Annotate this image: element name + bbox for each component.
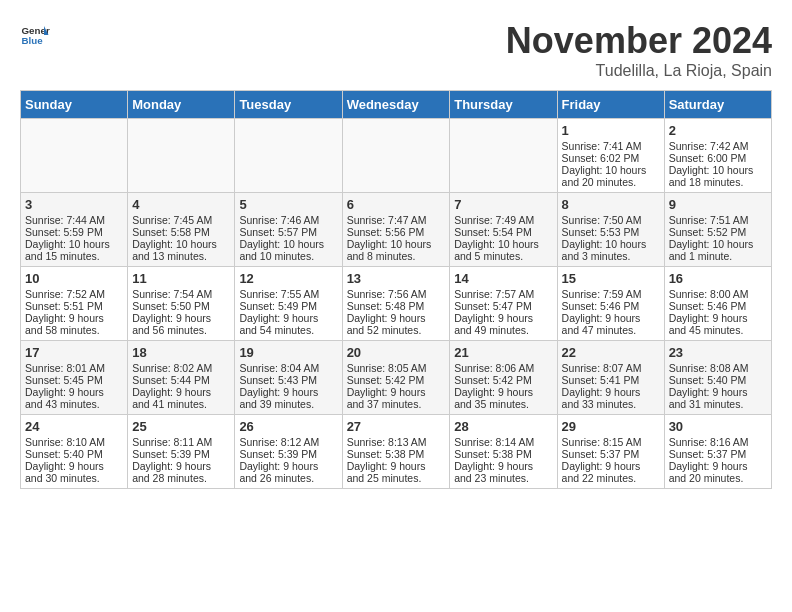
calendar-cell: 27Sunrise: 8:13 AMSunset: 5:38 PMDayligh…: [342, 415, 450, 489]
day-info: Sunrise: 8:16 AM: [669, 436, 767, 448]
day-info: Sunrise: 7:51 AM: [669, 214, 767, 226]
calendar-cell: 10Sunrise: 7:52 AMSunset: 5:51 PMDayligh…: [21, 267, 128, 341]
day-info: Daylight: 9 hours and 39 minutes.: [239, 386, 337, 410]
day-info: Sunset: 5:41 PM: [562, 374, 660, 386]
day-info: Sunrise: 7:55 AM: [239, 288, 337, 300]
day-info: Daylight: 9 hours and 43 minutes.: [25, 386, 123, 410]
day-info: Sunrise: 7:54 AM: [132, 288, 230, 300]
day-info: Sunrise: 8:01 AM: [25, 362, 123, 374]
day-number: 4: [132, 197, 230, 212]
calendar-header-row: SundayMondayTuesdayWednesdayThursdayFrid…: [21, 91, 772, 119]
day-info: Daylight: 9 hours and 35 minutes.: [454, 386, 552, 410]
calendar-cell: 3Sunrise: 7:44 AMSunset: 5:59 PMDaylight…: [21, 193, 128, 267]
day-info: Sunrise: 7:44 AM: [25, 214, 123, 226]
day-info: Sunrise: 8:15 AM: [562, 436, 660, 448]
day-of-week-header: Monday: [128, 91, 235, 119]
location-title: Tudelilla, La Rioja, Spain: [506, 62, 772, 80]
calendar-cell: 22Sunrise: 8:07 AMSunset: 5:41 PMDayligh…: [557, 341, 664, 415]
day-number: 25: [132, 419, 230, 434]
calendar-cell: 20Sunrise: 8:05 AMSunset: 5:42 PMDayligh…: [342, 341, 450, 415]
calendar-week-row: 17Sunrise: 8:01 AMSunset: 5:45 PMDayligh…: [21, 341, 772, 415]
day-number: 29: [562, 419, 660, 434]
day-info: Sunrise: 8:08 AM: [669, 362, 767, 374]
day-info: Sunset: 5:59 PM: [25, 226, 123, 238]
calendar-cell: 21Sunrise: 8:06 AMSunset: 5:42 PMDayligh…: [450, 341, 557, 415]
calendar-cell: 24Sunrise: 8:10 AMSunset: 5:40 PMDayligh…: [21, 415, 128, 489]
calendar-cell: 11Sunrise: 7:54 AMSunset: 5:50 PMDayligh…: [128, 267, 235, 341]
day-number: 12: [239, 271, 337, 286]
day-number: 23: [669, 345, 767, 360]
calendar-cell: 16Sunrise: 8:00 AMSunset: 5:46 PMDayligh…: [664, 267, 771, 341]
calendar-week-row: 24Sunrise: 8:10 AMSunset: 5:40 PMDayligh…: [21, 415, 772, 489]
day-info: Sunset: 5:53 PM: [562, 226, 660, 238]
day-info: Sunset: 5:40 PM: [25, 448, 123, 460]
day-info: Sunrise: 8:13 AM: [347, 436, 446, 448]
day-info: Daylight: 9 hours and 31 minutes.: [669, 386, 767, 410]
day-number: 14: [454, 271, 552, 286]
calendar-week-row: 10Sunrise: 7:52 AMSunset: 5:51 PMDayligh…: [21, 267, 772, 341]
day-number: 17: [25, 345, 123, 360]
day-number: 11: [132, 271, 230, 286]
day-info: Sunset: 5:48 PM: [347, 300, 446, 312]
day-info: Sunset: 5:54 PM: [454, 226, 552, 238]
calendar-cell: 29Sunrise: 8:15 AMSunset: 5:37 PMDayligh…: [557, 415, 664, 489]
calendar-week-row: 3Sunrise: 7:44 AMSunset: 5:59 PMDaylight…: [21, 193, 772, 267]
calendar-cell: [342, 119, 450, 193]
day-info: Daylight: 9 hours and 58 minutes.: [25, 312, 123, 336]
day-number: 18: [132, 345, 230, 360]
calendar-cell: 15Sunrise: 7:59 AMSunset: 5:46 PMDayligh…: [557, 267, 664, 341]
day-info: Sunset: 5:50 PM: [132, 300, 230, 312]
day-info: Daylight: 10 hours and 3 minutes.: [562, 238, 660, 262]
calendar-cell: 14Sunrise: 7:57 AMSunset: 5:47 PMDayligh…: [450, 267, 557, 341]
day-of-week-header: Wednesday: [342, 91, 450, 119]
day-number: 19: [239, 345, 337, 360]
day-info: Daylight: 10 hours and 10 minutes.: [239, 238, 337, 262]
day-info: Daylight: 9 hours and 45 minutes.: [669, 312, 767, 336]
day-info: Sunset: 5:46 PM: [562, 300, 660, 312]
day-info: Daylight: 9 hours and 33 minutes.: [562, 386, 660, 410]
day-info: Sunrise: 7:50 AM: [562, 214, 660, 226]
day-info: Sunset: 5:47 PM: [454, 300, 552, 312]
day-number: 27: [347, 419, 446, 434]
day-number: 26: [239, 419, 337, 434]
calendar-cell: 13Sunrise: 7:56 AMSunset: 5:48 PMDayligh…: [342, 267, 450, 341]
day-info: Sunset: 5:46 PM: [669, 300, 767, 312]
logo: General Blue: [20, 20, 50, 50]
day-number: 28: [454, 419, 552, 434]
day-info: Sunrise: 8:02 AM: [132, 362, 230, 374]
day-info: Daylight: 9 hours and 52 minutes.: [347, 312, 446, 336]
day-info: Daylight: 9 hours and 22 minutes.: [562, 460, 660, 484]
calendar-cell: 9Sunrise: 7:51 AMSunset: 5:52 PMDaylight…: [664, 193, 771, 267]
day-info: Daylight: 10 hours and 18 minutes.: [669, 164, 767, 188]
day-info: Sunset: 5:37 PM: [562, 448, 660, 460]
calendar-cell: 5Sunrise: 7:46 AMSunset: 5:57 PMDaylight…: [235, 193, 342, 267]
calendar-cell: 17Sunrise: 8:01 AMSunset: 5:45 PMDayligh…: [21, 341, 128, 415]
day-info: Sunset: 5:42 PM: [454, 374, 552, 386]
day-number: 24: [25, 419, 123, 434]
day-info: Sunset: 5:39 PM: [239, 448, 337, 460]
day-of-week-header: Friday: [557, 91, 664, 119]
day-info: Daylight: 9 hours and 56 minutes.: [132, 312, 230, 336]
day-info: Sunrise: 8:10 AM: [25, 436, 123, 448]
day-info: Sunrise: 7:52 AM: [25, 288, 123, 300]
calendar-cell: 26Sunrise: 8:12 AMSunset: 5:39 PMDayligh…: [235, 415, 342, 489]
day-info: Daylight: 10 hours and 20 minutes.: [562, 164, 660, 188]
calendar-cell: 8Sunrise: 7:50 AMSunset: 5:53 PMDaylight…: [557, 193, 664, 267]
day-info: Sunset: 5:52 PM: [669, 226, 767, 238]
day-number: 8: [562, 197, 660, 212]
day-info: Daylight: 9 hours and 26 minutes.: [239, 460, 337, 484]
calendar-cell: 6Sunrise: 7:47 AMSunset: 5:56 PMDaylight…: [342, 193, 450, 267]
day-info: Daylight: 10 hours and 8 minutes.: [347, 238, 446, 262]
day-info: Sunset: 6:02 PM: [562, 152, 660, 164]
day-info: Sunrise: 8:06 AM: [454, 362, 552, 374]
day-of-week-header: Sunday: [21, 91, 128, 119]
day-number: 13: [347, 271, 446, 286]
day-info: Daylight: 9 hours and 47 minutes.: [562, 312, 660, 336]
calendar-cell: 28Sunrise: 8:14 AMSunset: 5:38 PMDayligh…: [450, 415, 557, 489]
day-number: 16: [669, 271, 767, 286]
day-number: 21: [454, 345, 552, 360]
day-info: Sunset: 5:44 PM: [132, 374, 230, 386]
day-number: 5: [239, 197, 337, 212]
day-info: Sunset: 5:57 PM: [239, 226, 337, 238]
day-info: Daylight: 9 hours and 25 minutes.: [347, 460, 446, 484]
